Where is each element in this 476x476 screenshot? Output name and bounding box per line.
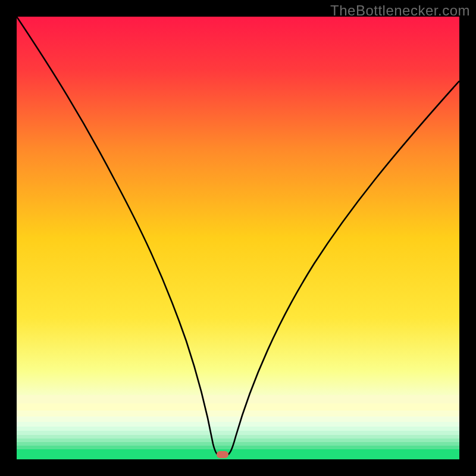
chart-frame: TheBottlenecker.com [0,0,476,476]
plot-area [17,17,459,459]
svg-rect-0 [17,395,459,403]
svg-rect-7 [17,435,459,439]
chart-svg [17,17,459,459]
svg-rect-6 [17,431,459,435]
optimum-marker [217,451,228,458]
svg-rect-2 [17,411,459,416]
svg-rect-10 [17,446,459,449]
svg-rect-8 [17,439,459,442]
svg-rect-3 [17,416,459,422]
gradient-background [17,17,459,459]
svg-rect-11 [17,449,459,459]
svg-rect-4 [17,422,459,427]
svg-rect-9 [17,442,459,446]
svg-rect-1 [17,403,459,411]
